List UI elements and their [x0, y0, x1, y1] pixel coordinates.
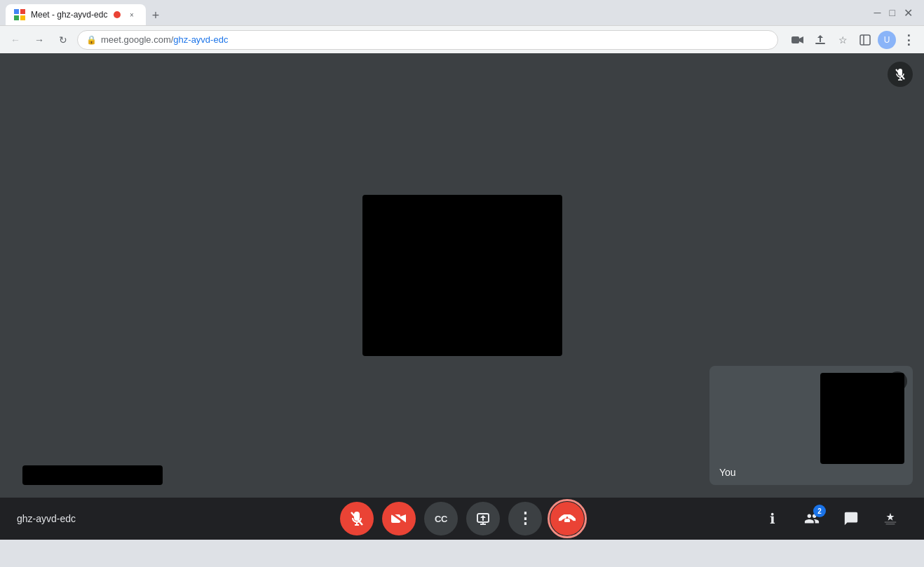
- sidebar-toolbar-button[interactable]: [855, 30, 875, 50]
- activities-button[interactable]: [874, 502, 907, 535]
- chat-button[interactable]: [834, 502, 868, 535]
- tab-close-button[interactable]: ×: [126, 9, 137, 20]
- meeting-code-label: ghz-ayvd-edc: [17, 513, 76, 524]
- svg-rect-4: [791, 36, 799, 43]
- profile-avatar[interactable]: U: [878, 31, 896, 49]
- new-tab-button[interactable]: +: [146, 6, 165, 25]
- right-actions: ℹ 2: [756, 502, 907, 535]
- mute-mic-button[interactable]: [340, 502, 374, 535]
- name-label-cover: [22, 465, 163, 485]
- present-button[interactable]: [466, 502, 500, 535]
- window-controls: ─ □ ✕: [874, 6, 918, 20]
- tab-title: Meet - ghz-ayvd-edc: [31, 10, 108, 20]
- camera-toolbar-button[interactable]: [788, 30, 808, 50]
- participant-name-label: [22, 465, 163, 485]
- svg-rect-1: [20, 9, 25, 14]
- close-button[interactable]: ✕: [904, 6, 913, 20]
- info-button[interactable]: ℹ: [756, 502, 789, 535]
- svg-rect-3: [20, 15, 25, 20]
- bottom-bar: ghz-ayvd-edc: [0, 498, 924, 540]
- captions-button[interactable]: CC: [424, 502, 458, 535]
- tab-favicon: [14, 9, 25, 20]
- lock-icon: 🔒: [86, 35, 97, 45]
- meet-app: You ghz-ayvd-edc: [0, 53, 924, 540]
- self-view-inner: You: [709, 366, 913, 485]
- back-button[interactable]: ←: [6, 30, 25, 50]
- address-box[interactable]: 🔒 meet.google.com/ghz-ayvd-edc: [77, 30, 778, 50]
- tab-strip: Meet - ghz-ayvd-edc × +: [6, 0, 165, 25]
- svg-rect-7: [860, 35, 870, 45]
- toolbar-actions: ☆ U ⋮: [788, 30, 918, 50]
- title-bar: Meet - ghz-ayvd-edc × + ─ □ ✕: [0, 0, 924, 25]
- url-base: meet.google.com/: [101, 34, 173, 45]
- address-text: meet.google.com/ghz-ayvd-edc: [101, 34, 228, 45]
- mute-camera-button[interactable]: [382, 502, 416, 535]
- maximize-button[interactable]: □: [890, 7, 895, 18]
- minimize-button[interactable]: ─: [874, 7, 881, 18]
- hangup-button[interactable]: [550, 502, 584, 535]
- reload-button[interactable]: ↻: [53, 30, 73, 50]
- people-badge: 2: [813, 505, 826, 517]
- hangup-button-wrapper: [550, 502, 584, 535]
- self-view-tile[interactable]: You: [709, 366, 913, 485]
- address-bar-row: ← → ↻ 🔒 meet.google.com/ghz-ayvd-edc ☆ U…: [0, 25, 924, 53]
- more-options-button[interactable]: ⋮: [508, 502, 542, 535]
- share-toolbar-button[interactable]: [810, 30, 830, 50]
- active-tab[interactable]: Meet - ghz-ayvd-edc ×: [6, 4, 146, 25]
- self-view-label: You: [719, 467, 736, 478]
- recording-dot: [114, 11, 121, 18]
- people-button[interactable]: 2: [795, 502, 829, 535]
- top-right-mute-indicator: [888, 62, 913, 87]
- controls-center: CC ⋮: [340, 502, 584, 535]
- svg-marker-22: [480, 515, 486, 521]
- svg-marker-5: [799, 36, 803, 43]
- bookmark-toolbar-button[interactable]: ☆: [833, 30, 852, 50]
- svg-rect-24: [564, 519, 570, 522]
- forward-button[interactable]: →: [29, 30, 49, 50]
- svg-rect-6: [815, 43, 825, 44]
- chrome-menu-button[interactable]: ⋮: [899, 30, 918, 50]
- svg-rect-0: [14, 9, 19, 14]
- self-view-video-feed: [820, 373, 904, 464]
- svg-rect-2: [14, 15, 19, 20]
- browser-frame: Meet - ghz-ayvd-edc × + ─ □ ✕ ← → ↻ 🔒 me…: [0, 0, 924, 567]
- url-path: ghz-ayvd-edc: [173, 34, 228, 45]
- main-video-feed: [362, 195, 562, 356]
